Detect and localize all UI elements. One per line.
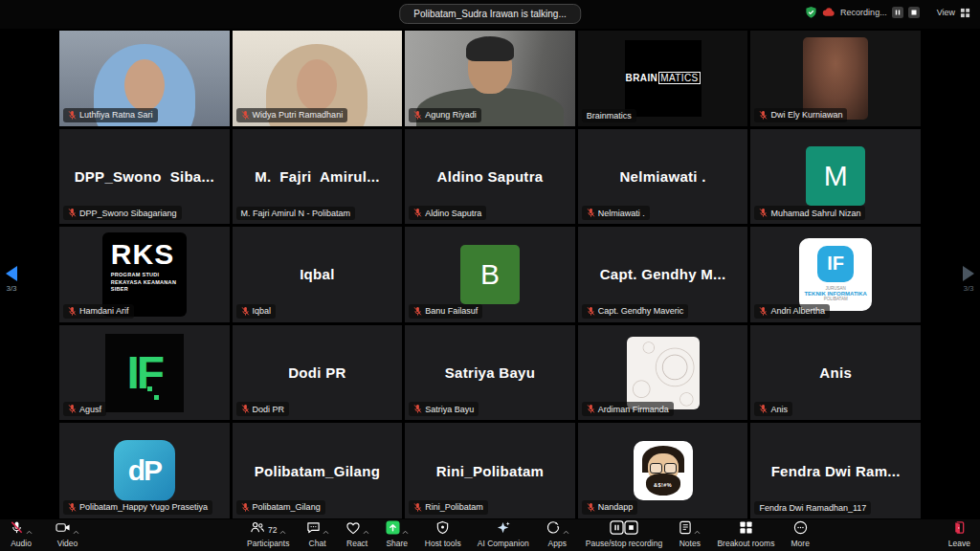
logo-text: MATICS	[658, 72, 700, 84]
participant-tile[interactable]: IFJURUSANTEKNIK INFORMATIKAPOLIBATAMAndr…	[750, 227, 921, 322]
toolbar-label: Video	[57, 539, 78, 548]
participant-name-text: Capt. Gendhy Maveric	[598, 306, 684, 316]
participant-name-label: Hamdani Arif	[63, 304, 134, 319]
chevron-up-icon[interactable]	[694, 521, 701, 539]
participant-tile[interactable]: Widya Putri Ramadhani	[233, 31, 403, 126]
mic-muted-icon	[10, 520, 24, 539]
participant-tile[interactable]: RKSPROGRAM STUDIREKAYASA KEAMANANSIBERHa…	[59, 227, 230, 322]
camera-icon	[56, 520, 71, 539]
participant-tile[interactable]: MMuhamad Sahrul Nizan	[750, 129, 921, 225]
toolbar-share-button[interactable]: Share	[386, 522, 409, 548]
logo-line: REKAYASA KEAMANAN	[111, 279, 178, 287]
participant-tile[interactable]: Nelmiawati .Nelmiawati .	[578, 129, 748, 225]
toolbar-notes-button[interactable]: Notes	[679, 522, 701, 548]
toolbar-breakout-rooms-button[interactable]: Breakout rooms	[717, 522, 774, 548]
gallery-next-page-button[interactable]: 3/3	[963, 266, 974, 293]
person-face	[124, 59, 165, 111]
participant-tile[interactable]: AnisAnis	[750, 325, 921, 421]
participant-name-label: Capt. Gendhy Maveric	[582, 304, 689, 319]
participant-tile[interactable]: IqbalIqbal	[233, 227, 403, 322]
participant-tile[interactable]: M. Fajri Amirul...M. Fajri Amirul N - Po…	[233, 129, 403, 225]
participant-name-label: Iqbal	[236, 304, 277, 319]
participant-tile[interactable]: Fendra Dwi Ram...Fendra Dwi Ramadhan_117	[750, 423, 921, 518]
logo-text: IF	[817, 246, 854, 282]
toolbar-apps-button[interactable]: Apps	[546, 522, 569, 548]
brainmatics-logo-box: BRAINMATICS	[625, 40, 702, 117]
participant-name-label: Agung Riyadi	[409, 108, 481, 122]
share-icon	[386, 520, 400, 539]
chevron-up-icon[interactable]	[563, 521, 569, 539]
memoji-censor-text: &$!#%	[646, 474, 680, 496]
muted-mic-icon	[587, 208, 595, 218]
participant-name-text: Widya Putri Ramadhani	[253, 110, 344, 120]
participant-tile[interactable]: Luthfiya Ratna Sari	[59, 31, 230, 126]
ornament-image	[627, 337, 700, 409]
toolbar-audio-button[interactable]: Audio	[10, 522, 33, 548]
participant-name-label: Nandapp	[582, 500, 638, 515]
participant-tile[interactable]: Dwi Ely Kurniawan	[750, 31, 921, 126]
muted-mic-icon	[413, 208, 422, 218]
chevron-up-icon[interactable]	[279, 521, 286, 539]
participant-name-label: Rini_Polibatam	[409, 500, 488, 515]
participant-tile[interactable]: Capt. Gendhy M...Capt. Gendhy Maveric	[578, 227, 748, 322]
participant-tile[interactable]: BBanu Failasuf	[405, 227, 575, 322]
participant-tile[interactable]: &$!#%Nandapp	[578, 423, 748, 518]
chevron-up-icon[interactable]	[323, 521, 329, 539]
participant-tile[interactable]: Satriya BayuSatriya Bayu	[405, 325, 575, 421]
toolbar-video-button[interactable]: Video	[56, 522, 79, 548]
participant-tile[interactable]: Polibatam_GilangPolibatam_Gilang	[233, 423, 403, 518]
participant-tile[interactable]: Agung Riyadi	[405, 31, 575, 126]
participant-tile[interactable]: Dodi PRDodi PR	[233, 325, 403, 421]
participant-name-text: Ardiman Firmanda	[598, 405, 669, 414]
prev-page-arrow-icon[interactable]	[6, 266, 17, 281]
participant-tile[interactable]: Aldino SaputraAldino Saputra	[405, 129, 575, 225]
toolbar-host-tools-button[interactable]: Host tools	[425, 522, 461, 548]
stop-recording-icon[interactable]	[908, 7, 920, 18]
chevron-up-icon[interactable]	[363, 521, 369, 539]
participant-tile[interactable]: Ardiman Firmanda	[578, 325, 748, 421]
participant-name-label: Andri Albertha	[754, 304, 830, 319]
muted-mic-icon	[413, 502, 422, 513]
participant-name-label: Fendra Dwi Ramadhan_117	[754, 501, 871, 515]
chevron-up-icon[interactable]	[26, 521, 33, 539]
participant-name-text: M. Fajri Amirul N - Polibatam	[241, 209, 351, 218]
muted-mic-icon	[587, 502, 595, 513]
recording-cloud-icon	[822, 8, 835, 17]
participant-tile[interactable]: BRAINMATICSBrainmatics	[578, 31, 748, 126]
shield-icon	[435, 520, 450, 539]
participants-count-badge: 72	[268, 525, 277, 535]
participant-name-text: Polibatam_Happy Yugo Prasetiya	[79, 502, 208, 512]
toolbar-label: React	[346, 539, 368, 548]
leave-icon	[952, 520, 966, 539]
next-page-arrow-icon[interactable]	[963, 266, 974, 281]
muted-mic-icon	[68, 208, 77, 218]
toolbar-more-button[interactable]: More	[791, 522, 810, 548]
logo-text: BRAIN	[626, 73, 658, 83]
security-shield-icon[interactable]	[805, 6, 817, 19]
toolbar-ai-companion-button[interactable]: AI Companion	[478, 522, 529, 548]
participant-name-label: Luthfiya Ratna Sari	[63, 108, 158, 122]
informatics-logo-box: IFJURUSANTEKNIK INFORMATIKAPOLIBATAM	[799, 238, 872, 311]
toolbar-label: Leave	[948, 539, 970, 548]
participant-tile[interactable]: IFAgusf	[59, 325, 230, 421]
participant-tile[interactable]: Rini_PolibatamRini_Polibatam	[405, 423, 575, 518]
toolbar-leave-button[interactable]: Leave	[948, 522, 970, 548]
toolbar-pause-stop-recording-button[interactable]: Pause/stop recording	[586, 522, 662, 548]
muted-mic-icon	[68, 306, 77, 317]
toolbar-chat-button[interactable]: Chat	[306, 522, 329, 548]
participant-name-text: Agung Riyadi	[425, 110, 477, 120]
view-button-label[interactable]: View	[937, 8, 955, 17]
participant-tile[interactable]: dPPolibatam_Happy Yugo Prasetiya	[59, 423, 230, 518]
participant-name-text: Fendra Dwi Ramadhan_117	[759, 503, 866, 513]
participant-name-text: Rini_Polibatam	[425, 502, 483, 512]
chevron-up-icon[interactable]	[402, 521, 409, 539]
chevron-up-icon[interactable]	[73, 521, 79, 539]
toolbar-participants-button[interactable]: 72Participants	[247, 522, 289, 548]
muted-mic-icon	[759, 306, 768, 317]
initial-avatar: M	[806, 146, 865, 206]
participant-tile[interactable]: DPP_Swono Siba...DPP_Swono Sibagariang	[59, 129, 230, 225]
toolbar-react-button[interactable]: React	[345, 522, 369, 548]
gallery-prev-page-button[interactable]: 3/3	[6, 266, 17, 293]
view-grid-icon[interactable]	[960, 8, 970, 18]
pause-recording-icon[interactable]	[892, 7, 903, 18]
